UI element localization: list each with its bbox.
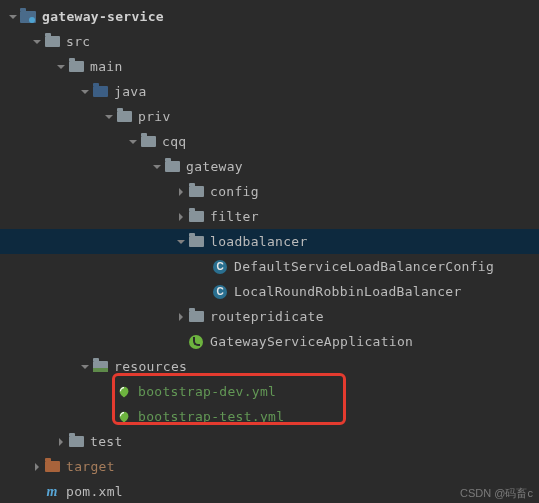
chevron-down-icon[interactable] [6,10,20,24]
tree-row-file[interactable]: bootstrap-dev.yml [0,379,539,404]
tree-row[interactable]: config [0,179,539,204]
folder-label: resources [114,359,187,374]
tree-row-class[interactable]: C DefaultServiceLoadBalancerConfig [0,254,539,279]
package-icon [140,134,156,150]
resources-folder-icon [92,359,108,375]
package-label: cqq [162,134,186,149]
class-label: GatewayServiceApplication [210,334,413,349]
file-label: pom.xml [66,484,123,499]
tree-row[interactable]: target [0,454,539,479]
chevron-down-icon[interactable] [174,235,188,249]
source-folder-icon [92,84,108,100]
chevron-down-icon[interactable] [78,360,92,374]
tree-row[interactable]: cqq [0,129,539,154]
package-label: filter [210,209,259,224]
module-folder-icon [20,9,36,25]
package-label: loadbalancer [210,234,308,249]
chevron-right-icon[interactable] [174,210,188,224]
tree-row-module[interactable]: gateway-service [0,4,539,29]
chevron-down-icon[interactable] [54,60,68,74]
chevron-down-icon[interactable] [102,110,116,124]
target-folder-icon [44,459,60,475]
tree-row-file[interactable]: bootstrap-test.yml [0,404,539,429]
package-icon [188,309,204,325]
tree-row[interactable]: routepridicate [0,304,539,329]
package-label: gateway [186,159,243,174]
file-label: bootstrap-dev.yml [138,384,276,399]
yml-spring-icon [116,384,132,400]
package-icon [116,109,132,125]
project-tree: gateway-service src main java priv cqq [0,0,539,503]
chevron-down-icon[interactable] [126,135,140,149]
package-label: config [210,184,259,199]
chevron-right-icon[interactable] [174,185,188,199]
folder-label: test [90,434,123,449]
tree-row[interactable]: main [0,54,539,79]
tree-row-selected[interactable]: loadbalancer [0,229,539,254]
spring-boot-icon [188,334,204,350]
package-label: priv [138,109,171,124]
tree-row[interactable]: src [0,29,539,54]
yml-spring-icon [116,409,132,425]
tree-row[interactable]: priv [0,104,539,129]
tree-row[interactable]: gateway [0,154,539,179]
package-label: routepridicate [210,309,324,324]
maven-icon: m [44,484,60,500]
chevron-right-icon[interactable] [30,460,44,474]
package-icon [188,234,204,250]
tree-row-class[interactable]: C LocalRoundRobbinLoadBalancer [0,279,539,304]
chevron-down-icon[interactable] [150,160,164,174]
folder-icon [68,59,84,75]
package-icon [164,159,180,175]
class-label: LocalRoundRobbinLoadBalancer [234,284,462,299]
chevron-down-icon[interactable] [78,85,92,99]
module-label: gateway-service [42,9,164,24]
chevron-right-icon[interactable] [54,435,68,449]
tree-row[interactable]: test [0,429,539,454]
class-icon: C [212,259,228,275]
folder-label: main [90,59,123,74]
watermark: CSDN @码畜c [460,486,533,501]
chevron-down-icon[interactable] [30,35,44,49]
class-icon: C [212,284,228,300]
tree-row[interactable]: filter [0,204,539,229]
folder-icon [68,434,84,450]
folder-icon [44,34,60,50]
chevron-right-icon[interactable] [174,310,188,324]
folder-label: target [66,459,115,474]
package-icon [188,184,204,200]
tree-row[interactable]: java [0,79,539,104]
tree-row[interactable]: resources [0,354,539,379]
folder-label: java [114,84,147,99]
class-label: DefaultServiceLoadBalancerConfig [234,259,494,274]
file-label: bootstrap-test.yml [138,409,284,424]
package-icon [188,209,204,225]
tree-row-file[interactable]: m pom.xml [0,479,539,503]
tree-row-spring-app[interactable]: GatewayServiceApplication [0,329,539,354]
folder-label: src [66,34,90,49]
